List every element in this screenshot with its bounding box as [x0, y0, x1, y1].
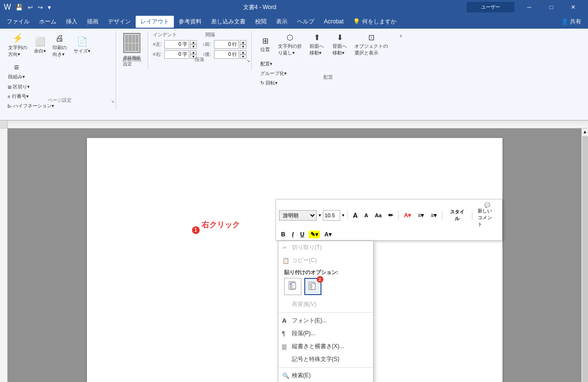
space-before-up[interactable]: ▲ — [240, 40, 246, 44]
copy-icon: 📋 — [282, 257, 289, 264]
font-size-spin[interactable]: ▾ — [342, 212, 344, 218]
menu-help[interactable]: ヘルプ — [292, 16, 319, 28]
styles-btn[interactable]: スタイル — [445, 208, 469, 223]
mini-toolbar-row1: 游明朝 ▾ ▾ A A Aa ✏ A▾ ≡▾ ≡▾ スタイル — [279, 202, 499, 229]
ruler-container — [0, 121, 588, 128]
space-before-down[interactable]: ▼ — [240, 44, 246, 49]
close-btn[interactable]: ✕ — [562, 0, 584, 14]
italic-btn[interactable]: I — [289, 231, 296, 238]
menu-mailings[interactable]: 差し込み文書 — [206, 16, 250, 28]
indent-right-up[interactable]: ▲ — [190, 50, 197, 54]
main-area: 1 右クリック 游明朝 ▾ ▾ A A Aa ✏ A — [0, 128, 588, 382]
arrange-label: 配置 — [252, 74, 405, 81]
menu-layout[interactable]: レイアウト — [136, 16, 174, 28]
font-color-btn[interactable]: A▾ — [402, 212, 414, 219]
menu-acrobat[interactable]: Acrobat — [319, 16, 348, 27]
space-after-up[interactable]: ▲ — [240, 50, 246, 54]
vertical-ruler — [0, 128, 8, 382]
font-size-dropdown-btn[interactable]: ▾ — [319, 212, 321, 218]
share-btn[interactable]: 👤 共有 — [556, 16, 586, 28]
paste-match-dest[interactable]: 2 — [304, 278, 321, 295]
step1-label: 右クリック — [202, 220, 240, 230]
columns-btn[interactable]: ≡ 段組み▾ — [6, 61, 27, 82]
svg-rect-4 — [290, 287, 293, 288]
vertical-scrollbar[interactable]: ▲ ▼ — [581, 128, 588, 382]
ctx-reconvert[interactable]: 再変換(V) — [278, 298, 373, 311]
ctx-sep1 — [278, 312, 373, 313]
menu-view[interactable]: 表示 — [271, 16, 292, 28]
ctx-font-icon: A — [282, 317, 287, 324]
indent-left-spinner[interactable]: ▲ ▼ — [190, 40, 197, 49]
ctx-cut[interactable]: ✂ 切り取り(T) — [278, 241, 373, 254]
redo-btn[interactable]: ↪ — [36, 3, 44, 12]
space-before-spinner[interactable]: ▲ ▼ — [240, 40, 246, 49]
maximize-btn[interactable]: □ — [540, 0, 562, 14]
font-shrink-btn[interactable]: A — [362, 212, 371, 219]
bold-btn[interactable]: B — [279, 231, 288, 238]
clear-format-btn[interactable]: ✏ — [386, 212, 396, 219]
menu-design[interactable]: デザイン — [103, 16, 136, 28]
menu-review[interactable]: 校閲 — [250, 16, 271, 28]
new-comment-btn[interactable]: 💬 新しいコメント — [475, 202, 499, 229]
highlight-btn[interactable]: ✎▾ — [309, 231, 320, 238]
text-direction-btn[interactable]: ⚡ 文字列の方向▾ — [6, 32, 30, 59]
orientation-btn[interactable]: 🖨 印刷の向き▾ — [50, 32, 69, 59]
menu-file[interactable]: ファイル — [2, 16, 34, 28]
paste-match-dest-icon — [308, 281, 318, 292]
underline-btn[interactable]: U — [298, 231, 307, 238]
separator1 — [347, 211, 348, 220]
ctx-font[interactable]: A フォント(E)... — [278, 314, 373, 327]
paragraph-expand[interactable]: ↘ — [246, 58, 250, 63]
font-color-btn2[interactable]: A▾ — [322, 231, 334, 238]
font-size-input[interactable] — [323, 210, 340, 221]
titlebar: W 💾 ↩ ↪ ▾ 文書4 - Word ユーザー ─ □ ✕ — [0, 0, 588, 14]
text-wrap-btn[interactable]: ⬡ 文字列の折り返し▾ — [276, 32, 304, 58]
selection-pane-btn[interactable]: ⊡ オブジェクトの選択と表示 — [352, 32, 390, 58]
margins-btn[interactable]: ⬜ 余白▾ — [32, 32, 48, 59]
send-backward-btn[interactable]: ⬇ 背面へ移動▾ — [329, 32, 350, 58]
document-page: 1 右クリック 游明朝 ▾ ▾ A A Aa ✏ A — [87, 138, 502, 382]
position-btn[interactable]: ⊞ 位置 — [257, 32, 274, 58]
align-btn[interactable]: 配置▾ — [258, 60, 289, 68]
menu-draw[interactable]: 描画 — [82, 16, 103, 28]
bring-forward-btn[interactable]: ⬆ 前面へ移動▾ — [306, 32, 327, 58]
ctx-text-direction[interactable]: ||| 縦書きと横書き(X)... — [278, 340, 373, 353]
word-icon: W — [4, 3, 11, 11]
space-before-input[interactable] — [214, 40, 239, 49]
customize-btn[interactable]: ▾ — [46, 3, 53, 12]
ctx-search-icon: 🔍 — [282, 372, 289, 379]
menu-home[interactable]: ホーム — [34, 16, 61, 28]
font-grow-btn[interactable]: A — [351, 211, 360, 220]
font-name-select[interactable]: 游明朝 — [279, 210, 317, 221]
size-btn[interactable]: 📄 サイズ▾ — [71, 32, 93, 59]
separator4 — [472, 211, 472, 220]
minimize-btn[interactable]: ─ — [518, 0, 540, 14]
indent-left-up[interactable]: ▲ — [190, 40, 197, 44]
break-btn[interactable]: ⊞ 区切り▾ — [6, 83, 56, 91]
selection-icon: ⊡ — [368, 33, 374, 42]
indent-btn[interactable]: ≡▾ — [428, 212, 439, 219]
ribbon-group-genko: 原稿用紙設定 原稿用紙 — [116, 32, 148, 70]
ctx-search[interactable]: 🔍 検索(E) — [278, 369, 373, 382]
ctx-paragraph[interactable]: ¶ 段落(P)... — [278, 327, 373, 340]
ctx-special-chars[interactable]: 記号と特殊文字(S) — [278, 353, 373, 366]
page-setup-expand[interactable]: ↘ — [111, 99, 115, 104]
scroll-up-btn[interactable]: ▲ — [582, 128, 588, 135]
paste-keep-source[interactable] — [284, 278, 301, 295]
cut-icon: ✂ — [282, 244, 287, 251]
document-area[interactable]: 1 右クリック 游明朝 ▾ ▾ A A Aa ✏ A — [8, 128, 581, 382]
indent-left-down[interactable]: ▼ — [190, 44, 197, 49]
menu-search[interactable]: 💡 何をしますか — [348, 16, 401, 28]
genko-settings-btn[interactable]: 原稿用紙設定 — [121, 32, 143, 69]
scroll-thumb[interactable] — [582, 136, 588, 382]
save-btn[interactable]: 💾 — [14, 3, 24, 12]
genko-label: 原稿用紙 — [116, 56, 148, 63]
undo-btn[interactable]: ↩ — [26, 3, 34, 12]
collapse-btn[interactable]: ∧ — [399, 33, 403, 38]
ctx-copy[interactable]: 📋 コピー(C) — [278, 254, 373, 267]
change-case-btn[interactable]: Aa — [373, 212, 384, 219]
menu-insert[interactable]: 挿入 — [61, 16, 82, 28]
indent-left-input[interactable] — [164, 40, 189, 49]
menu-references[interactable]: 参考資料 — [174, 16, 206, 28]
list-btn[interactable]: ≡▾ — [415, 212, 426, 219]
